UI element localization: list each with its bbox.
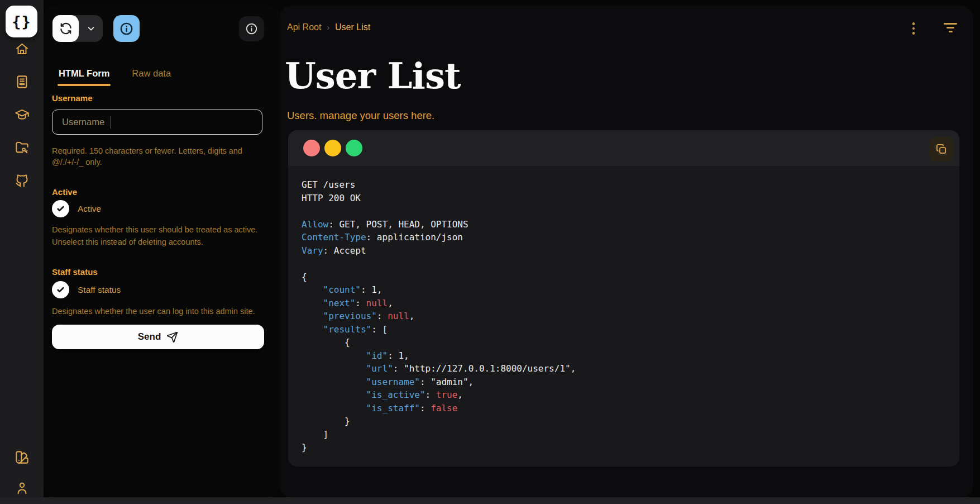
rail-footer	[0, 449, 44, 496]
sidebar-item-docs[interactable]	[13, 73, 30, 90]
username-input[interactable]: Username	[52, 110, 262, 135]
staff-checkbox[interactable]	[52, 281, 69, 298]
check-icon	[55, 284, 66, 295]
traffic-light-dots	[303, 140, 362, 156]
send-icon	[166, 331, 178, 343]
code-line: GET /users	[302, 178, 576, 192]
sidebar-item-api-keys[interactable]	[13, 139, 30, 156]
bottom-strip	[0, 497, 980, 504]
username-label: Username	[52, 93, 93, 103]
filter-icon[interactable]	[943, 23, 958, 34]
active-label: Active	[52, 187, 77, 197]
active-checkbox-row[interactable]: Active	[52, 200, 101, 217]
main-content: Api Root › User List User List Users. ma…	[279, 6, 973, 497]
code-line: "count": 1,	[302, 283, 576, 297]
check-icon	[55, 203, 66, 214]
text-cursor	[111, 116, 111, 129]
sidebar-item-home[interactable]	[13, 40, 30, 57]
chevron-down-icon	[86, 23, 96, 34]
tab-html-form[interactable]: HTML Form	[59, 68, 109, 79]
send-button[interactable]: Send	[52, 325, 264, 349]
refresh-split-button[interactable]	[52, 15, 103, 42]
code-line: Vary: Accept	[302, 244, 576, 258]
code-line: "is_staff": false	[302, 402, 576, 415]
green-dot	[346, 140, 362, 156]
rail-nav	[0, 40, 44, 189]
refresh-dropdown-button[interactable]	[79, 15, 103, 42]
folder-key-icon	[15, 140, 30, 155]
code-line: HTTP 200 OK	[302, 192, 576, 205]
notebook-icon	[15, 74, 30, 89]
sidebar-item-theme[interactable]	[13, 449, 30, 465]
code-line: ]	[302, 428, 576, 441]
active-tab-indicator	[58, 84, 111, 86]
tab-raw-data[interactable]: Raw data	[132, 68, 171, 79]
options-info-button[interactable]	[113, 15, 140, 42]
endpoint-info-button[interactable]	[239, 16, 264, 41]
code-line: Allow: GET, POST, HEAD, OPTIONS	[302, 218, 576, 231]
breadcrumb: Api Root › User List	[287, 22, 370, 32]
code-line: {	[302, 270, 576, 284]
copy-icon	[935, 143, 948, 155]
swatch-icon	[15, 450, 30, 465]
page-title: User List	[285, 55, 460, 97]
staff-checkbox-row[interactable]: Staff status	[52, 281, 121, 298]
red-dot	[303, 140, 320, 156]
code-line: "previous": null,	[302, 310, 576, 323]
graduation-cap-icon	[15, 107, 30, 122]
icon-sidebar: {}	[0, 0, 44, 504]
active-checkbox-label: Active	[78, 204, 101, 214]
breadcrumb-separator-icon: ›	[327, 23, 329, 32]
breadcrumb-user-list[interactable]: User List	[335, 22, 370, 32]
app-root: {}	[0, 0, 980, 504]
breadcrumb-api-root[interactable]: Api Root	[287, 22, 321, 32]
code-line	[302, 257, 576, 270]
copy-button[interactable]	[929, 137, 954, 161]
response-card: GET /usersHTTP 200 OK Allow: GET, POST, …	[288, 130, 959, 467]
code-line: "results": [	[302, 323, 576, 336]
yellow-dot	[324, 140, 341, 156]
staff-checkbox-label: Staff status	[78, 285, 121, 295]
refresh-button[interactable]	[52, 15, 79, 42]
terminal-header	[288, 130, 959, 166]
code-line: }	[302, 441, 576, 454]
active-checkbox[interactable]	[52, 200, 69, 217]
form-panel: HTML Form Raw data Username Username Req…	[44, 6, 279, 497]
code-line: Content-Type: application/json	[302, 231, 576, 244]
code-line: "username": "admin",	[302, 375, 576, 389]
send-button-label: Send	[138, 331, 161, 343]
info-badge-icon	[245, 22, 259, 36]
code-line: "is_active": true,	[302, 388, 576, 402]
form-tabs: HTML Form Raw data	[59, 68, 171, 79]
code-line: "next": null,	[302, 297, 576, 310]
staff-help: Designates whether the user can log into…	[52, 306, 270, 317]
code-line	[302, 205, 576, 218]
info-circle-icon	[119, 21, 134, 36]
sidebar-item-profile[interactable]	[13, 479, 30, 496]
app-logo[interactable]: {}	[6, 6, 37, 37]
active-help: Designates whether this user should be t…	[52, 224, 265, 248]
username-help: Required. 150 characters or fewer. Lette…	[52, 145, 248, 168]
kebab-menu-icon[interactable]	[907, 21, 920, 36]
username-placeholder: Username	[62, 117, 104, 127]
home-icon	[15, 41, 30, 56]
code-line: "id": 1,	[302, 349, 576, 363]
code-line: {	[302, 336, 576, 349]
sidebar-item-tutorials[interactable]	[13, 106, 30, 123]
code-line: "url": "http://127.0.0.1:8000/users/1",	[302, 362, 576, 375]
user-icon	[15, 481, 30, 496]
page-subtitle: Users. manage your users here.	[287, 110, 434, 122]
refresh-icon	[59, 21, 73, 36]
code-line: }	[302, 415, 576, 428]
sidebar-item-github[interactable]	[13, 172, 30, 189]
response-code: GET /usersHTTP 200 OK Allow: GET, POST, …	[302, 178, 576, 454]
staff-label: Staff status	[52, 267, 98, 277]
github-icon	[15, 173, 30, 188]
